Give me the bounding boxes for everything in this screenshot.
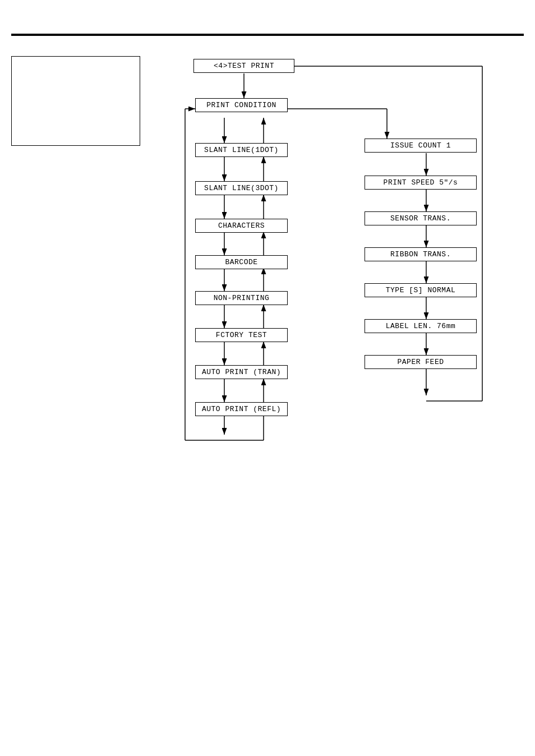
fctory-test-node: FCTORY TEST (195, 328, 288, 342)
sidebar-box (11, 56, 140, 146)
print-speed-node: PRINT SPEED 5"/s (365, 176, 477, 190)
characters-node: CHARACTERS (195, 219, 288, 233)
type-normal-node: TYPE [S] NORMAL (365, 283, 477, 297)
non-printing-node: NON-PRINTING (195, 291, 288, 305)
sensor-trans-node: SENSOR TRANS. (365, 211, 477, 225)
paper-feed-node: PAPER FEED (365, 355, 477, 369)
barcode-node: BARCODE (195, 255, 288, 269)
issue-count-node: ISSUE COUNT 1 (365, 139, 477, 153)
auto-print-tran-node: AUTO PRINT (TRAN) (195, 365, 288, 379)
slant-1dot-node: SLANT LINE(1DOT) (195, 143, 288, 157)
test-print-node: <4>TEST PRINT (193, 59, 294, 73)
label-len-node: LABEL LEN. 76mm (365, 319, 477, 333)
top-rule (11, 34, 524, 36)
auto-print-refl-node: AUTO PRINT (REFL) (195, 402, 288, 416)
print-condition-node: PRINT CONDITION (195, 98, 288, 112)
ribbon-trans-node: RIBBON TRANS. (365, 247, 477, 261)
page: <4>TEST PRINT PRINT CONDITION SLANT LINE… (0, 0, 535, 756)
slant-3dot-node: SLANT LINE(3DOT) (195, 181, 288, 195)
